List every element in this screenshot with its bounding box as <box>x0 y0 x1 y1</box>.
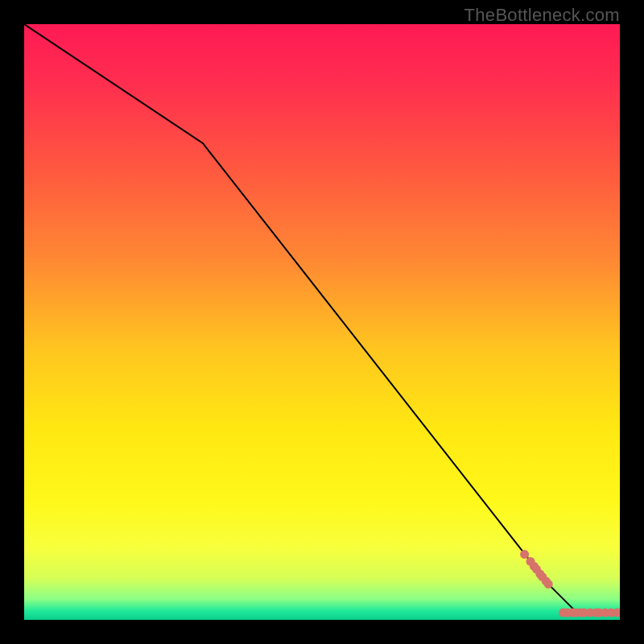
svg-rect-0 <box>24 24 620 620</box>
gradient-background <box>24 24 620 620</box>
watermark-text: TheBottleneck.com <box>464 5 620 26</box>
plot-area <box>24 24 620 620</box>
chart-container: TheBottleneck.com <box>0 0 644 644</box>
